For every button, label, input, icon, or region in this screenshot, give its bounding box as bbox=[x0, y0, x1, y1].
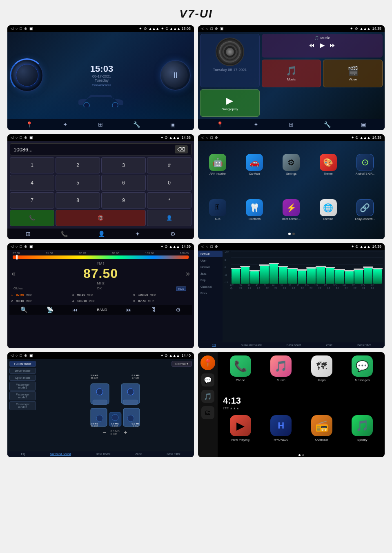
zone-mode-passenger1[interactable]: Passenger mode1 bbox=[9, 382, 36, 391]
zone-tab-bass-filter[interactable]: Bass Filter bbox=[167, 453, 180, 456]
key-3[interactable]: 3 bbox=[101, 157, 146, 173]
eq-bar-4[interactable] bbox=[260, 266, 268, 284]
key-6[interactable]: 6 bbox=[101, 175, 146, 191]
app-boot-animation[interactable]: ⚡ Boot Animati... bbox=[274, 189, 308, 231]
nav-icon[interactable]: 📍 bbox=[26, 121, 33, 128]
app-theme[interactable]: 🎨 Theme bbox=[311, 143, 345, 186]
eq-bar-5[interactable] bbox=[270, 264, 278, 284]
zone-mode-passenger3[interactable]: Passenger mode3 bbox=[9, 401, 36, 410]
next-freq-btn[interactable]: » bbox=[186, 269, 190, 278]
eq-bar-3[interactable] bbox=[250, 271, 259, 284]
key-1[interactable]: 1 bbox=[10, 157, 54, 173]
eq-tab-zone[interactable]: Zone bbox=[326, 344, 332, 347]
app-easyconnect[interactable]: 🔗 EasyConnecti... bbox=[348, 189, 382, 231]
carplay-app-now-playing[interactable]: ▶ Now Playing bbox=[221, 415, 260, 450]
call-btn[interactable]: 📞 bbox=[10, 210, 54, 226]
eq-bar-9[interactable] bbox=[307, 269, 316, 284]
eq-tab-surround[interactable]: Surround Sound bbox=[241, 344, 262, 347]
zone-mode-passenger2[interactable]: Passenger mode2 bbox=[9, 391, 36, 400]
zone-tab-bass-boost[interactable]: Bass Boost bbox=[96, 453, 110, 456]
music-app-card[interactable]: 🎵 Music bbox=[262, 60, 321, 87]
search-radio-icon[interactable]: 🔍 bbox=[20, 306, 27, 313]
backspace-btn[interactable]: ⌫ bbox=[175, 145, 188, 153]
apps-icon[interactable]: ⊞ bbox=[98, 121, 103, 128]
eq-bar-11[interactable] bbox=[326, 268, 334, 284]
eq-mode-rock[interactable]: Rock bbox=[198, 290, 223, 296]
eq-bar-6[interactable] bbox=[279, 267, 287, 284]
video-app-card[interactable]: 🎬 Video bbox=[323, 60, 383, 87]
eq-mode-pop[interactable]: Pop bbox=[198, 277, 223, 283]
eq-tab-bass-boost[interactable]: Bass Boost bbox=[287, 344, 301, 347]
eq-radio-icon[interactable]: 🎛 bbox=[151, 306, 156, 313]
eq-bar-2[interactable] bbox=[241, 267, 249, 284]
eq-bar-1[interactable] bbox=[232, 269, 240, 284]
zone-mode-cpilot[interactable]: Cpilot mode bbox=[9, 375, 36, 381]
preset-2[interactable]: 2 90.10 MHz bbox=[9, 298, 70, 304]
band-btn[interactable]: BAND bbox=[97, 308, 107, 312]
settings-icon-2[interactable]: 🔧 bbox=[324, 121, 331, 128]
eq-bar-10[interactable] bbox=[316, 267, 325, 284]
carplay-music-sidebar-icon[interactable]: 🎵 bbox=[201, 390, 214, 403]
end-call-btn[interactable]: 📵 bbox=[56, 210, 146, 226]
play-knob[interactable]: ⏸ bbox=[160, 60, 191, 91]
carplay-app-spotify[interactable]: 🎵 Spotify bbox=[343, 415, 382, 450]
preset-3[interactable]: 3 98.10 MHz bbox=[71, 292, 131, 298]
app-settings[interactable]: ⚙ Settings bbox=[274, 143, 308, 186]
media-icon[interactable]: ▣ bbox=[170, 121, 176, 128]
eq-mode-classical[interactable]: Classical bbox=[198, 284, 223, 290]
eq-tab-bass-filter[interactable]: Bass Filter bbox=[357, 344, 371, 347]
apps-icon-2[interactable]: ⊞ bbox=[289, 121, 294, 128]
eq-bar-16[interactable] bbox=[373, 269, 382, 284]
bt-icon[interactable]: ✦ bbox=[63, 121, 68, 128]
app-bluetooth[interactable]: 🦷 Bluetooth bbox=[237, 189, 272, 231]
preset-4[interactable]: 4 106.10 MHz bbox=[71, 298, 131, 304]
music-player-card[interactable]: 🎵Music ⏮ ▶ ⏭ bbox=[262, 34, 383, 58]
carplay-app-messages[interactable]: 💬 Messages bbox=[343, 355, 382, 391]
normal-badge[interactable]: Normal ▾ bbox=[172, 361, 192, 367]
eq-bar-14[interactable] bbox=[354, 270, 363, 284]
eq-bar-12[interactable] bbox=[335, 270, 344, 284]
app-aux[interactable]: 🎚 AUX bbox=[200, 189, 235, 231]
nav-icon-2[interactable]: 📍 bbox=[216, 121, 223, 128]
carplay-messages-icon[interactable]: 💬 bbox=[201, 373, 214, 386]
carplay-app-maps[interactable]: 🗺 Maps bbox=[303, 355, 341, 391]
key-hash[interactable]: # bbox=[147, 157, 192, 173]
play-btn[interactable]: ▶ bbox=[320, 41, 325, 49]
preset-6[interactable]: 6 87.50 MHz bbox=[131, 298, 192, 304]
left-knob[interactable] bbox=[11, 59, 43, 92]
contacts-icon[interactable]: 👤 bbox=[98, 231, 105, 237]
preset-1[interactable]: 1 87.50 MHz bbox=[9, 292, 70, 298]
eq-bar-15[interactable] bbox=[364, 268, 372, 284]
carplay-app-overcast[interactable]: 📻 Overcast bbox=[303, 415, 341, 450]
app-carmate[interactable]: 🚗 CarMate bbox=[237, 143, 272, 186]
key-8[interactable]: 8 bbox=[56, 192, 100, 209]
bt-icon-2[interactable]: ✦ bbox=[254, 121, 258, 128]
key-star[interactable]: * bbox=[147, 192, 192, 209]
next-station-btn[interactable]: ⏭ bbox=[126, 306, 132, 313]
settings-icon[interactable]: 🔧 bbox=[133, 121, 140, 128]
eq-mode-default[interactable]: Default bbox=[198, 251, 223, 257]
key-2[interactable]: 2 bbox=[56, 157, 100, 173]
zone-mode-full-car[interactable]: Full car mode bbox=[9, 361, 36, 367]
zone-tab-surround[interactable]: Surround Sound bbox=[50, 453, 71, 456]
settings-radio-icon[interactable]: ⚙ bbox=[176, 306, 181, 313]
key-9[interactable]: 9 bbox=[101, 192, 146, 209]
carplay-nav-icon[interactable]: 📍 bbox=[200, 355, 215, 370]
prev-freq-btn[interactable]: « bbox=[11, 269, 16, 278]
key-7[interactable]: 7 bbox=[10, 192, 54, 209]
key-0[interactable]: 0 bbox=[147, 175, 192, 191]
zone-mode-driver[interactable]: Driver mode bbox=[9, 368, 36, 374]
eq-mode-user[interactable]: User bbox=[198, 258, 223, 264]
carplay-app-music[interactable]: 🎵 Music bbox=[262, 355, 301, 391]
next-btn[interactable]: ⏭ bbox=[330, 42, 336, 49]
eq-bar-7[interactable] bbox=[288, 269, 297, 284]
prev-btn[interactable]: ⏮ bbox=[308, 42, 315, 49]
key-5[interactable]: 5 bbox=[56, 175, 100, 191]
app-chrome[interactable]: 🌐 Chrome bbox=[311, 189, 345, 231]
app-apk-installer[interactable]: 🤖 APK installer bbox=[200, 143, 235, 186]
eq-mode-jazz[interactable]: Jazz bbox=[198, 271, 223, 277]
carplay-app-phone[interactable]: 📞 Phone bbox=[221, 355, 260, 391]
zone-tab-zone[interactable]: Zone bbox=[135, 453, 142, 456]
carplay-app-hyundai[interactable]: H HYUNDAI bbox=[262, 415, 301, 450]
bt-icon-3[interactable]: ✦ bbox=[135, 231, 140, 237]
